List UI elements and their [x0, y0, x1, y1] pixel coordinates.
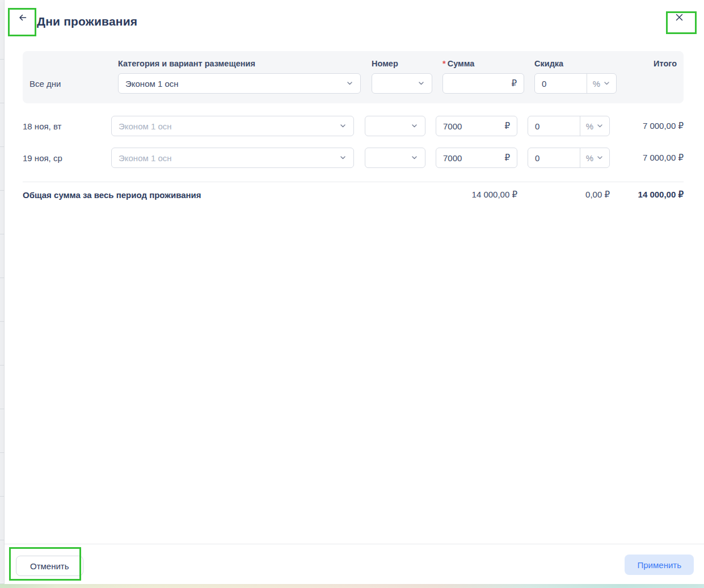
summary-label: Общая сумма за весь период проживания — [23, 190, 436, 200]
chevron-down-icon — [346, 79, 353, 89]
category-select-all-days[interactable]: Эконом 1 осн — [118, 73, 361, 94]
discount-unit-value: % — [593, 79, 600, 89]
discount-field-day2: % — [528, 148, 610, 168]
cancel-button[interactable]: Отменить — [16, 556, 83, 576]
chevron-down-icon — [418, 79, 425, 89]
row-label-day: 18 ноя, вт — [23, 121, 111, 131]
row-label-day: 19 ноя, ср — [23, 153, 111, 163]
category-select-day2[interactable]: Эконом 1 осн — [111, 148, 354, 168]
discount-unit-value: % — [586, 121, 593, 131]
required-asterisk: * — [442, 59, 446, 68]
back-button[interactable] — [10, 6, 35, 31]
discount-field-all-days: % — [534, 73, 617, 94]
modal-footer: Отменить Применить — [5, 544, 704, 584]
column-header-category: Категория и вариант размещения — [118, 59, 361, 68]
back-arrow-icon — [18, 12, 28, 24]
category-select-value: Эконом 1 осн — [119, 153, 339, 163]
ruble-suffix: ₽ — [504, 121, 517, 131]
amount-input-all-days[interactable] — [443, 74, 511, 93]
ruble-suffix: ₽ — [504, 153, 517, 163]
amount-field-all-days: ₽ — [442, 73, 524, 94]
stay-days-table: Категория и вариант размещения Номер *Су… — [23, 51, 684, 200]
summary-amount-total: 14 000,00 ₽ — [436, 190, 517, 200]
discount-unit-select-all-days[interactable]: % — [587, 74, 616, 93]
discount-field-day1: % — [528, 116, 610, 136]
chevron-down-icon — [596, 121, 604, 131]
modal-header: Дни проживания — [5, 0, 704, 37]
discount-unit-select-day2[interactable]: % — [580, 148, 609, 167]
background-bottom-strip — [0, 584, 704, 588]
room-select-day1[interactable] — [365, 116, 425, 136]
column-header-discount: Скидка — [534, 59, 617, 68]
background-left-strip — [0, 0, 5, 584]
amount-input-day2[interactable] — [436, 148, 504, 167]
amount-input-day1[interactable] — [436, 116, 504, 136]
row-label-all-days: Все дни — [29, 79, 118, 89]
summary-divider — [23, 182, 684, 182]
column-headers-row: Категория и вариант размещения Номер *Су… — [29, 59, 677, 68]
apply-button[interactable]: Применить — [625, 555, 694, 575]
close-button[interactable] — [668, 9, 690, 27]
room-select-day2[interactable] — [365, 148, 425, 168]
day-total: 7 000,00 ₽ — [610, 153, 684, 163]
all-days-row: Все дни Эконом 1 осн ₽ — [29, 73, 677, 94]
day-total: 7 000,00 ₽ — [610, 121, 684, 131]
ruble-suffix: ₽ — [511, 78, 524, 89]
chevron-down-icon — [603, 79, 610, 89]
discount-unit-value: % — [586, 153, 593, 163]
chevron-down-icon — [339, 153, 347, 163]
column-header-amount: *Сумма — [442, 59, 524, 68]
amount-field-day1: ₽ — [436, 116, 517, 136]
discount-input-all-days[interactable] — [535, 74, 587, 93]
discount-unit-select-day1[interactable]: % — [580, 116, 609, 136]
day-row: 18 ноя, вт Эконом 1 осн ₽ — [23, 116, 684, 136]
summary-grand-total: 14 000,00 ₽ — [610, 190, 684, 200]
column-header-room: Номер — [372, 59, 432, 68]
amount-field-day2: ₽ — [436, 148, 517, 168]
chevron-down-icon — [596, 153, 604, 163]
column-header-total: Итого — [617, 59, 677, 68]
category-select-value: Эконом 1 осн — [125, 79, 346, 89]
summary-discount-total: 0,00 ₽ — [528, 190, 610, 200]
day-row: 19 ноя, ср Эконом 1 осн ₽ — [23, 148, 684, 168]
stay-days-modal: Дни проживания Категория и вариант разме… — [5, 0, 704, 584]
discount-input-day1[interactable] — [528, 116, 580, 136]
discount-input-day2[interactable] — [528, 148, 580, 167]
summary-row: Общая сумма за весь период проживания 14… — [23, 190, 684, 200]
chevron-down-icon — [411, 121, 418, 131]
close-icon — [675, 13, 684, 23]
category-select-day1[interactable]: Эконом 1 осн — [111, 116, 354, 136]
category-select-value: Эконом 1 осн — [119, 121, 339, 131]
room-select-all-days[interactable] — [372, 73, 432, 94]
chevron-down-icon — [339, 121, 347, 131]
all-days-panel: Категория и вариант размещения Номер *Су… — [23, 51, 684, 103]
chevron-down-icon — [411, 153, 418, 163]
page-title: Дни проживания — [37, 15, 137, 28]
